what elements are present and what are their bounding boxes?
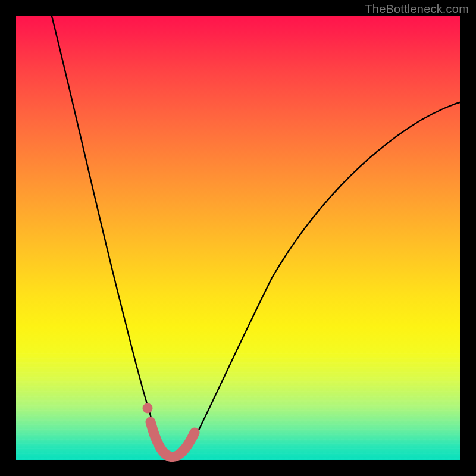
chart-frame: TheBottleneck.com [0, 0, 476, 476]
watermark-text: TheBottleneck.com [365, 2, 469, 16]
plot-area [16, 16, 460, 460]
bottleneck-curve [52, 16, 460, 459]
curve-layer [16, 16, 460, 460]
bottleneck-marker-band [151, 422, 195, 457]
bottleneck-marker-dot [143, 403, 153, 414]
